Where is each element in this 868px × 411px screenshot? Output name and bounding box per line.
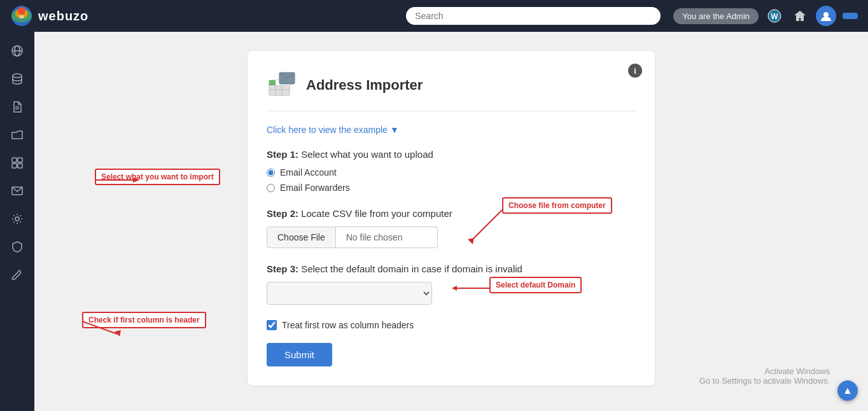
wordpress-icon: W — [767, 9, 781, 23]
database-icon — [11, 73, 24, 85]
svg-point-20 — [15, 217, 19, 221]
domain-select[interactable] — [267, 282, 432, 305]
svg-rect-17 — [12, 164, 17, 168]
radio-email-account-input[interactable] — [267, 169, 275, 177]
sidebar-item-database[interactable] — [3, 66, 31, 92]
sidebar-item-file[interactable] — [3, 94, 31, 120]
sidebar-item-email[interactable] — [3, 178, 31, 204]
globe-icon — [11, 45, 24, 57]
svg-rect-16 — [18, 158, 22, 162]
svg-text:W: W — [771, 12, 778, 21]
admin-badge: You are the Admin — [673, 8, 759, 24]
svg-rect-15 — [12, 158, 17, 162]
user-name-button[interactable] — [843, 13, 858, 19]
gear-icon — [11, 212, 24, 225]
dashboard-icon — [11, 157, 24, 169]
file-icon — [11, 101, 24, 113]
search-input[interactable] — [406, 7, 661, 25]
svg-rect-18 — [18, 164, 22, 168]
svg-marker-31 — [133, 178, 139, 183]
svg-point-12 — [13, 74, 22, 78]
submit-button[interactable]: Submit — [267, 343, 332, 366]
shield-icon — [11, 240, 24, 253]
radio-email-account[interactable]: Email Account — [267, 167, 636, 178]
column-header-checkbox[interactable] — [267, 320, 277, 330]
svg-line-34 — [82, 321, 117, 334]
user-avatar — [816, 6, 836, 26]
svg-point-8 — [823, 12, 829, 17]
sidebar-item-globe[interactable] — [3, 38, 31, 64]
user-icon — [820, 10, 832, 22]
search-container — [406, 7, 661, 25]
webuzo-logo-icon: W — [10, 4, 33, 27]
radio-email-forwarders-input[interactable] — [267, 184, 275, 192]
radio-group: Email Account Email Forwarders — [267, 167, 636, 193]
sidebar-item-settings[interactable] — [3, 206, 31, 232]
file-input-row: Choose File No file chosen — [267, 226, 636, 248]
checkbox-label: Treat first row as column headers — [282, 320, 414, 330]
wordpress-icon-btn[interactable]: W — [765, 6, 784, 25]
step1-label: Step 1: Select what you want to upload — [267, 149, 636, 160]
card-header: Address Importer — [267, 70, 636, 111]
radio-email-account-label: Email Account — [280, 167, 337, 178]
sidebar-item-security[interactable] — [3, 234, 31, 260]
sidebar — [0, 32, 34, 411]
dropdown-arrow-icon: ▼ — [390, 125, 399, 135]
main-content: i Address Importer Click here to view th… — [34, 32, 868, 411]
card-title: Address Importer — [306, 77, 423, 94]
navbar: W webuzo You are the Admin W — [0, 0, 868, 32]
choose-file-button[interactable]: Choose File — [267, 226, 336, 248]
annotation-import-arrow — [95, 174, 146, 186]
svg-marker-35 — [115, 330, 121, 337]
sidebar-item-dashboard[interactable] — [3, 150, 31, 176]
folder-icon — [11, 129, 24, 141]
file-name-display: No file chosen — [336, 226, 438, 248]
step3-label: Step 3: Select the default domain in cas… — [267, 263, 636, 274]
svg-text:W: W — [20, 15, 24, 19]
checkbox-row: Treat first row as column headers — [267, 320, 636, 330]
example-link[interactable]: Click here to view the example ▼ — [267, 125, 399, 135]
sidebar-item-tools[interactable] — [3, 262, 31, 288]
step3-section: Step 3: Select the default domain in cas… — [267, 263, 636, 305]
scroll-to-top-button[interactable]: ▲ — [837, 380, 858, 401]
logo-text: webuzo — [38, 9, 88, 24]
svg-rect-26 — [269, 80, 276, 85]
home-icon-btn[interactable] — [790, 6, 809, 25]
annotation-import-box: Select what you want to import — [95, 169, 220, 185]
svg-point-3 — [18, 7, 25, 15]
radio-email-forwarders-label: Email Forwarders — [280, 183, 350, 193]
sidebar-item-folder[interactable] — [3, 122, 31, 148]
logo: W webuzo — [10, 4, 88, 27]
wrench-icon — [11, 268, 24, 281]
annotation-header-box: Check if first column is header — [82, 312, 206, 328]
example-link-text: Click here to view the example — [267, 125, 388, 135]
radio-email-forwarders[interactable]: Email Forwarders — [267, 183, 636, 193]
step2-label: Step 2: Locate CSV file from your comput… — [267, 208, 636, 219]
navbar-right: You are the Admin W — [673, 6, 858, 26]
address-importer-icon — [267, 70, 297, 101]
annotation-header-arrow — [82, 315, 133, 340]
info-icon[interactable]: i — [628, 64, 642, 78]
step1-section: Step 1: Select what you want to upload E… — [267, 149, 636, 193]
step2-section: Step 2: Locate CSV file from your comput… — [267, 208, 636, 248]
home-icon — [793, 9, 807, 23]
address-importer-card: i Address Importer Click here to view th… — [248, 51, 655, 386]
email-icon — [11, 185, 24, 197]
